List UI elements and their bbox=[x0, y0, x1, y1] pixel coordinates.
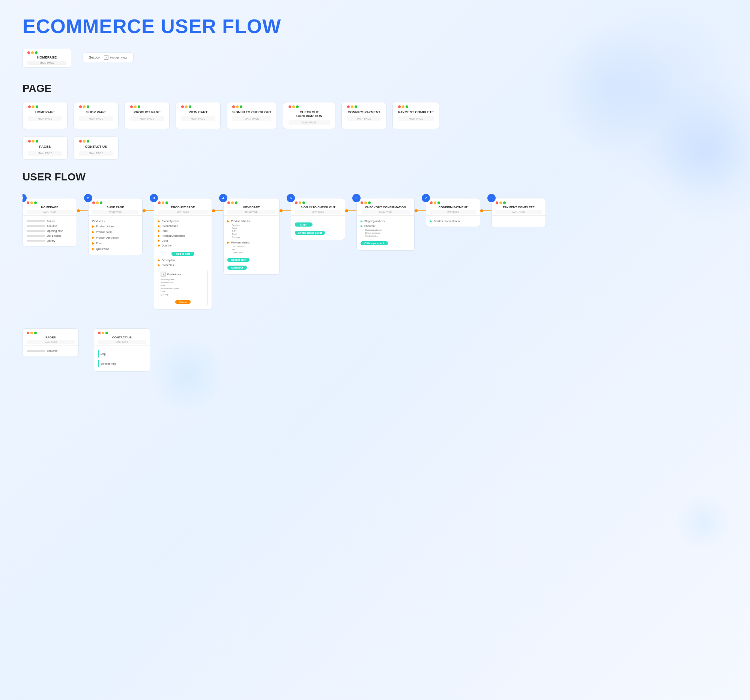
page-cards-grid-row2: PAGES MAIN PAGE CONTACT US MAIN PAGE bbox=[23, 137, 727, 160]
connector-2-3 bbox=[143, 209, 154, 212]
page-card-viewcart: VIEW CART MAIN PAGE bbox=[175, 102, 221, 129]
step-badge-7: 7 bbox=[422, 194, 430, 202]
legend-section-item: x Product view bbox=[104, 55, 127, 60]
legend-dots bbox=[28, 51, 66, 54]
offline-payment-badge: Offline payment bbox=[361, 241, 388, 245]
flow-node-contactus: CONTACT US MAIN PAGE Map Send us msg bbox=[94, 328, 150, 372]
page-card-confirm: CONFIRM PAYMENT MAIN PAGE bbox=[341, 102, 386, 129]
flow-step-1: 1 HOMEPAGE MAIN PAGE Banner About us Ope… bbox=[23, 198, 88, 246]
legend: HOMEPAGE MAIN PAGE Section x Product vie… bbox=[23, 49, 727, 68]
flow-step-2: 2 SHOP PAGE MAIN PAGE Product list ▶Prod… bbox=[88, 198, 154, 255]
update-cart-badge: Update cart bbox=[227, 258, 249, 262]
checkout-badge: Checkout bbox=[227, 266, 247, 270]
step-badge-4: 4 bbox=[219, 194, 227, 202]
flow-step-8: 8 PAYMENT COMPLETE MAIN PAGE bbox=[492, 198, 546, 227]
options-button[interactable]: Options bbox=[175, 300, 191, 304]
step-badge-5: 5 bbox=[287, 194, 295, 202]
add-to-cart-badge: Add to cart bbox=[171, 252, 194, 256]
flow-node-viewcart: 4 VIEW CART MAIN PAGE ▶Product table lis… bbox=[223, 198, 280, 275]
flow-step-5: 5 SIGN IN TO CHECK OUT MAIN PAGE Login C… bbox=[291, 198, 357, 240]
page-card-product: PRODUCT PAGE MAIN PAGE bbox=[124, 102, 170, 129]
userflow-section-heading: USER FLOW bbox=[23, 171, 727, 183]
page-card-signin: SIGN IN TO CHECK OUT MAIN PAGE bbox=[227, 102, 277, 129]
checkout-as-guest-badge: Check out as guest bbox=[295, 231, 325, 235]
connector-5-6 bbox=[345, 209, 357, 212]
legend-section: Section x Product view bbox=[83, 52, 134, 62]
connector-7-8 bbox=[480, 209, 492, 212]
connector-4-5 bbox=[280, 209, 291, 212]
connector-6-7 bbox=[415, 209, 426, 212]
flow-node-product: 3 PRODUCT PAGE MAIN PAGE ▶Product pictur… bbox=[154, 198, 212, 310]
step-badge-6: 6 bbox=[352, 194, 361, 202]
flow-step-7: 7 CONFIRM PAYMENT MAIN PAGE ▶Confirm pay… bbox=[426, 198, 492, 227]
flow-node-complete: 8 PAYMENT COMPLETE MAIN PAGE bbox=[492, 198, 546, 227]
section-text: Product view bbox=[110, 56, 127, 59]
legend-section-label: Section bbox=[89, 55, 100, 59]
user-flow-container: 1 HOMEPAGE MAIN PAGE Banner About us Ope… bbox=[23, 190, 727, 372]
flow-node-pages: PAGES MAIN PAGE Contents bbox=[23, 328, 79, 356]
flow-node-checkout: 6 CHECKOUT CONFIRMATION MAIN PAGE ▶Shipp… bbox=[357, 198, 415, 250]
flow-step-6: 6 CHECKOUT CONFIRMATION MAIN PAGE ▶Shipp… bbox=[357, 198, 426, 250]
connector-1-2 bbox=[77, 209, 88, 212]
main-title: ECOMMERCE USER FLOW bbox=[23, 15, 727, 37]
dot-green bbox=[35, 51, 37, 54]
dot-yellow bbox=[31, 51, 34, 54]
bottom-flow: PAGES MAIN PAGE Contents CONTACT US MAIN… bbox=[23, 328, 727, 372]
flow-node-confirm: 7 CONFIRM PAYMENT MAIN PAGE ▶Confirm pay… bbox=[426, 198, 480, 227]
page-section-heading: PAGE bbox=[23, 83, 727, 95]
product-view-subcard: x Product view Product picture Product n… bbox=[158, 270, 208, 306]
flow-node-signin: 5 SIGN IN TO CHECK OUT MAIN PAGE Login C… bbox=[291, 198, 345, 240]
node-title-homepage: HOMEPAGE bbox=[27, 206, 73, 209]
step-badge-2: 2 bbox=[84, 194, 92, 202]
page-card-complete: PAYMENT COMPLETE MAIN PAGE bbox=[392, 102, 440, 129]
page-card-pages: PAGES MAIN PAGE bbox=[23, 137, 68, 160]
legend-main-page: MAIN PAGE bbox=[28, 61, 66, 65]
dot-red bbox=[28, 51, 30, 54]
page-card-checkout: CHECKOUT CONFIRMATION MAIN PAGE bbox=[283, 102, 335, 129]
login-badge: Login bbox=[295, 223, 312, 227]
step-badge-3: 3 bbox=[150, 194, 158, 202]
section-box-icon: x bbox=[104, 55, 108, 60]
flow-node-shop: 2 SHOP PAGE MAIN PAGE Product list ▶Prod… bbox=[88, 198, 143, 255]
page-card-contact: CONTACT US MAIN PAGE bbox=[74, 137, 118, 160]
page-card-homepage: HOMEPAGE MAIN PAGE bbox=[23, 102, 68, 129]
flow-step-3: 3 PRODUCT PAGE MAIN PAGE ▶Product pictur… bbox=[154, 198, 223, 310]
legend-page-card: HOMEPAGE MAIN PAGE bbox=[23, 49, 71, 68]
page-card-shop: SHOP PAGE MAIN PAGE bbox=[74, 102, 118, 129]
legend-homepage-label: HOMEPAGE bbox=[28, 55, 66, 59]
step-badge-8: 8 bbox=[487, 194, 496, 202]
page-cards-grid: HOMEPAGE MAIN PAGE SHOP PAGE MAIN PAGE P… bbox=[23, 102, 727, 129]
flow-node-homepage: 1 HOMEPAGE MAIN PAGE Banner About us Ope… bbox=[23, 198, 77, 246]
connector-3-4 bbox=[212, 209, 223, 212]
flow-step-4: 4 VIEW CART MAIN PAGE ▶Product table lis… bbox=[223, 198, 291, 275]
